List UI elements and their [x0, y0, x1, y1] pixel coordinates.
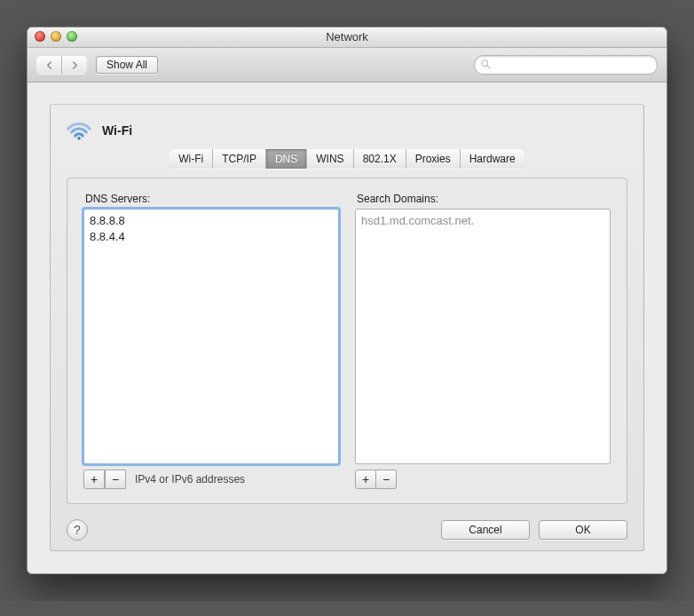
sheet-footer: ? Cancel OK: [51, 509, 643, 550]
svg-point-2: [77, 137, 81, 140]
titlebar: Network: [28, 28, 666, 48]
minimize-window-button[interactable]: [51, 31, 61, 42]
search-domains-label: Search Domains:: [357, 193, 611, 205]
remove-dns-button[interactable]: −: [105, 470, 126, 489]
remove-domain-button[interactable]: −: [376, 470, 397, 489]
chevron-left-icon: [45, 61, 53, 69]
zoom-window-button[interactable]: [67, 31, 77, 42]
tab-wifi[interactable]: Wi-Fi: [170, 149, 212, 169]
dns-panel: DNS Servers: 8.8.8.88.8.4.4 + − IPv4 or …: [67, 178, 627, 504]
tab-dns[interactable]: DNS: [265, 149, 306, 169]
add-dns-button[interactable]: +: [83, 470, 105, 489]
dns-hint: IPv4 or IPv6 addresses: [135, 470, 245, 488]
search-domains-list[interactable]: hsd1.md.comcast.net.: [355, 209, 611, 464]
help-button[interactable]: ?: [67, 519, 88, 541]
ok-button[interactable]: OK: [539, 520, 627, 540]
dns-servers-label: DNS Servers:: [85, 193, 339, 205]
sheet-header: Wi-Fi: [51, 105, 643, 147]
preferences-window: Network Show All: [27, 27, 667, 574]
tab-8021x[interactable]: 802.1X: [353, 149, 406, 169]
sheet: Wi-Fi Wi-FiTCP/IPDNSWINS802.1XProxiesHar…: [50, 104, 644, 551]
cancel-button[interactable]: Cancel: [441, 520, 530, 540]
forward-button[interactable]: [61, 56, 87, 74]
show-all-label: Show All: [106, 59, 147, 71]
dns-servers-column: DNS Servers: 8.8.8.88.8.4.4 + − IPv4 or …: [83, 193, 339, 489]
tab-wins[interactable]: WINS: [306, 149, 352, 169]
settings-tabs: Wi-FiTCP/IPDNSWINS802.1XProxiesHardware: [51, 149, 643, 169]
toolbar: Show All: [28, 48, 666, 83]
dns-servers-list[interactable]: 8.8.8.88.8.4.4: [83, 209, 339, 464]
tab-tcpip[interactable]: TCP/IP: [212, 149, 265, 169]
traffic-lights: [35, 31, 77, 42]
dns-server-row[interactable]: 8.8.4.4: [90, 229, 333, 245]
chevron-right-icon: [71, 61, 79, 69]
window-title: Network: [326, 30, 368, 43]
close-window-button[interactable]: [35, 31, 45, 42]
nav-segment: [36, 56, 87, 74]
wifi-icon: [67, 118, 91, 143]
back-button[interactable]: [36, 56, 61, 74]
add-domain-button[interactable]: +: [355, 470, 376, 489]
search-icon: [480, 59, 492, 70]
show-all-button[interactable]: Show All: [96, 56, 158, 74]
search-field[interactable]: [474, 55, 658, 75]
search-domain-row[interactable]: hsd1.md.comcast.net.: [361, 213, 604, 229]
dns-server-row[interactable]: 8.8.8.8: [90, 213, 333, 229]
tab-proxies[interactable]: Proxies: [406, 149, 460, 169]
interface-name: Wi-Fi: [102, 123, 132, 138]
svg-line-1: [487, 66, 490, 68]
search-domains-column: Search Domains: hsd1.md.comcast.net. + −: [355, 193, 611, 489]
tab-hardware[interactable]: Hardware: [460, 149, 524, 169]
